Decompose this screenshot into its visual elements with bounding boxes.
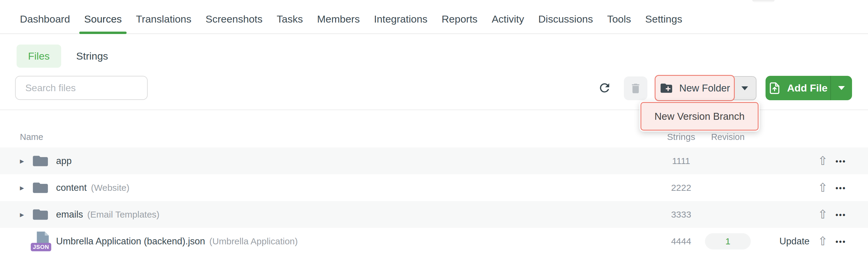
row-menu-icon[interactable]: ••• [835,211,846,219]
table-row[interactable]: ▸ app 1111 ⇧ ••• [0,147,868,174]
tab-strings[interactable]: Strings [76,50,108,62]
file-name: app [56,156,72,167]
upload-icon[interactable]: ⇧ [818,181,828,194]
column-header-revision: Revision [702,132,753,142]
nav-item-tasks[interactable]: Tasks [277,13,303,25]
file-note: (Umbrella Application) [210,236,298,247]
nav-item-integrations[interactable]: Integrations [374,13,428,25]
row-menu-icon[interactable]: ••• [835,184,846,192]
add-file-label: Add File [787,82,827,94]
column-header-strings: Strings [660,132,702,142]
table-row[interactable]: JSON Umbrella Application (backend).json… [0,228,868,255]
file-upload-icon [768,82,781,95]
delete-button[interactable] [624,76,647,100]
revision-badge: 1 [705,233,751,250]
upload-icon[interactable]: ⇧ [818,208,828,221]
folder-icon [33,208,48,221]
table-row[interactable]: ▸ content (Website) 2222 ⇧ ••• [0,174,868,201]
folder-icon [33,181,48,194]
folder-plus-icon [659,81,673,95]
upload-icon[interactable]: ⇧ [818,234,828,248]
nav-item-reports[interactable]: Reports [441,13,477,25]
chevron-down-icon [741,86,748,90]
new-folder-button[interactable]: New Folder [655,75,735,101]
strings-count: 3333 [660,210,702,220]
tab-files[interactable]: Files [17,44,61,68]
nav-item-translations[interactable]: Translations [136,13,191,25]
menu-item-new-version-branch[interactable]: New Version Branch [641,102,758,131]
folder-icon [33,154,48,168]
json-file-icon: JSON [33,231,50,251]
nav-item-dashboard[interactable]: Dashboard [20,13,70,25]
nav-item-settings[interactable]: Settings [645,13,682,25]
update-link[interactable]: Update [779,236,809,247]
project-nav: Dashboard Sources Translations Screensho… [0,0,868,34]
chevron-down-icon [838,86,845,90]
nav-item-members[interactable]: Members [317,13,360,25]
refresh-icon [598,81,612,95]
add-file-button[interactable]: Add File [766,76,830,100]
trash-icon [629,82,642,95]
file-name: emails [56,209,83,220]
nav-item-screenshots[interactable]: Screenshots [206,13,262,25]
file-note: (Website) [91,183,130,193]
file-note: (Email Templates) [87,210,160,220]
nav-item-discussions[interactable]: Discussions [538,13,593,25]
row-menu-icon[interactable]: ••• [835,157,846,166]
nav-item-tools[interactable]: Tools [607,13,631,25]
strings-count: 2222 [660,183,702,193]
table-row[interactable]: ▸ emails (Email Templates) 3333 ⇧ ••• [0,201,868,228]
new-folder-dropdown-menu: New Version Branch [640,101,760,132]
strings-count: 4444 [660,236,702,247]
nav-item-activity[interactable]: Activity [492,13,524,25]
row-menu-icon[interactable]: ••• [835,237,846,246]
search-input[interactable] [15,76,148,100]
expand-caret-icon[interactable]: ▸ [20,210,33,219]
view-tabs: Files Strings [17,44,108,68]
refresh-button[interactable] [596,79,613,97]
nav-item-sources[interactable]: Sources [84,13,122,25]
strings-count: 1111 [660,156,702,166]
add-file-split-button: Add File [766,76,852,100]
files-table: Name Strings Revision ▸ app 1111 ⇧ ••• ▸… [0,126,868,255]
column-header-name: Name [20,132,660,142]
add-file-dropdown-toggle[interactable] [831,76,852,100]
upload-icon[interactable]: ⇧ [818,154,828,167]
json-badge: JSON [31,243,51,251]
new-folder-label: New Folder [679,82,730,94]
file-name: Umbrella Application (backend).json [56,236,205,247]
expand-caret-icon[interactable]: ▸ [20,156,33,166]
file-name: content [56,182,87,193]
expand-caret-icon[interactable]: ▸ [20,183,33,193]
